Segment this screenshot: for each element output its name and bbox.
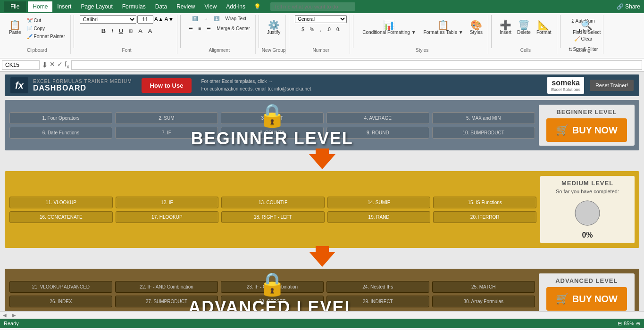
new-group-button[interactable]: ⚙️ Justify <box>265 15 283 40</box>
shrink-icon[interactable]: A▼ <box>165 16 174 23</box>
btn-max-min[interactable]: 5. MAX and MIN <box>432 112 535 124</box>
btn-hlookup[interactable]: 17. HLOOKUP <box>116 211 219 223</box>
confirm-formula-icon[interactable]: ✓ <box>57 60 63 69</box>
data-menu[interactable]: Data <box>151 1 172 12</box>
btn-four-operators[interactable]: 1. Four Operators <box>9 112 112 124</box>
font-group: CalibriArialTimes New Roman A▲ A▼ B I U … <box>77 15 177 54</box>
align-center-button[interactable]: ≡ <box>196 25 204 32</box>
btn-iferror[interactable]: 20. IFERROR <box>433 211 536 223</box>
btn-right-left[interactable]: 18. RIGHT - LEFT <box>221 211 325 223</box>
addins-menu[interactable]: Add-ins <box>221 1 250 12</box>
cut-button[interactable]: ✂️ Cut <box>25 17 67 24</box>
file-menu[interactable]: File <box>4 1 26 12</box>
font-size-input[interactable] <box>137 15 153 24</box>
btn-nested-ifs[interactable]: 24. Nested IFs <box>326 281 429 293</box>
btn-average[interactable]: 4. AVERAGE <box>326 112 429 124</box>
delete-button[interactable]: 🗑️ Delete <box>515 15 533 40</box>
logo-text: someka <box>552 79 580 87</box>
share-button[interactable]: 🔗 Share <box>617 3 640 10</box>
currency-button[interactable]: $ <box>299 26 307 33</box>
horizontal-scrollbar[interactable]: ◀ ▶ <box>0 311 644 319</box>
page-layout-menu[interactable]: Page Layout <box>76 1 117 12</box>
font-color-button[interactable]: A <box>146 26 155 35</box>
paste-button[interactable]: 📋 Paste <box>7 16 24 40</box>
subtitle: EXCEL FORMULAS TRAINER MEDIUM <box>33 79 132 84</box>
medium-level-section: 11. VLOOKUP 12. IF 13. COUNTIF 14. SUMIF… <box>5 171 639 248</box>
btn-if-or[interactable]: 23. IF - OR Combination <box>221 281 324 293</box>
formulas-menu[interactable]: Formulas <box>117 1 151 12</box>
underline-button[interactable]: U <box>117 26 125 35</box>
btn-counta[interactable]: 8. COUNTA <box>221 127 324 139</box>
merge-center-button[interactable]: Merge & Center <box>214 25 252 32</box>
btn-if-and[interactable]: 22. IF - AND Combination <box>115 281 218 293</box>
insert-menu[interactable]: Insert <box>52 1 76 12</box>
btn-if-medium[interactable]: 12. IF <box>116 197 219 208</box>
advanced-buy-button[interactable]: 🛒 BUY NOW <box>546 287 627 311</box>
grow-icon[interactable]: A▲ <box>154 16 164 23</box>
btn-date-functions[interactable]: 6. Date Functions <box>9 127 112 139</box>
btn-countif[interactable]: 13. COUNTIF <box>221 197 325 208</box>
btn-sumproduct[interactable]: 10. SUMPRODUCT <box>432 127 535 139</box>
conditional-formatting-button[interactable]: 📊 Conditional Formatting ▼ <box>359 15 419 40</box>
btn-vlookup[interactable]: 11. VLOOKUP <box>9 197 113 208</box>
decrease-decimal-button[interactable]: 0. <box>334 26 343 33</box>
btn-offset[interactable]: 28. OFFSET <box>221 296 324 307</box>
format-painter-button[interactable]: 🖌️ Format Painter <box>25 33 67 40</box>
advanced-cart-icon: 🛒 <box>556 293 569 305</box>
btn-count[interactable]: 3. COUNT <box>221 112 324 124</box>
wrap-text-button[interactable]: Wrap Text <box>223 15 249 22</box>
btn-is-functions[interactable]: 15. IS Functions <box>433 197 536 208</box>
insert-button[interactable]: ➕ Insert <box>497 15 514 40</box>
btn-sumif[interactable]: 14. SUMIF <box>327 197 431 208</box>
cancel-formula-icon[interactable]: ✕ <box>50 60 55 69</box>
fill-color-button[interactable]: A <box>136 26 145 35</box>
copy-button[interactable]: 📄 Copy <box>25 25 67 32</box>
medium-level-title: MEDIUM LEVEL <box>548 180 627 187</box>
percent-button[interactable]: % <box>308 26 317 33</box>
view-menu[interactable]: View <box>200 1 222 12</box>
advanced-grid: 🔒 ADVANCED LEVEL 21. VLOOKUP ADVANCED 22… <box>9 281 535 307</box>
beginner-buy-button[interactable]: 🛒 BUY NOW <box>546 118 627 142</box>
format-button[interactable]: 📐 Format <box>534 15 554 40</box>
btn-if[interactable]: 7. IF <box>115 127 218 139</box>
btn-round[interactable]: 9. ROUND <box>326 127 429 139</box>
zoom-controls[interactable]: ⊟ 85% ⊕ <box>618 321 640 327</box>
search-input[interactable] <box>270 2 355 11</box>
align-bottom-button[interactable]: ⬇️ <box>211 15 222 22</box>
insert-function-icon[interactable]: fx <box>65 60 69 69</box>
btn-array-formulas[interactable]: 30. Array Formulas <box>432 296 535 307</box>
alignment-label: Alignment <box>209 48 229 53</box>
how-to-button[interactable]: How to Use <box>142 78 192 93</box>
clipboard-group: 📋 Paste ✂️ Cut 📄 Copy 🖌️ Format Painter … <box>4 15 71 54</box>
cell-reference-input[interactable] <box>2 60 40 70</box>
home-menu[interactable]: Home <box>28 1 52 12</box>
bold-button[interactable]: B <box>99 26 108 35</box>
btn-vlookup-advanced[interactable]: 21. VLOOKUP ADVANCED <box>9 281 112 293</box>
align-left-button[interactable]: ☰ <box>186 25 195 32</box>
comma-button[interactable]: , <box>318 26 324 33</box>
format-as-table-button[interactable]: 📋 Format as Table ▼ <box>420 15 467 40</box>
btn-rand[interactable]: 19. RAND <box>327 211 431 223</box>
btn-match[interactable]: 25. MATCH <box>432 281 535 293</box>
btn-concatenate[interactable]: 16. CONCATENATE <box>9 211 113 223</box>
review-menu[interactable]: Review <box>172 1 200 12</box>
expand-formula-icon[interactable]: ⬇ <box>42 60 48 69</box>
btn-index[interactable]: 26. INDEX <box>9 296 112 307</box>
formula-bar: ⬇ ✕ ✓ fx <box>0 58 644 72</box>
increase-decimal-button[interactable]: .0 <box>325 26 333 33</box>
formula-input[interactable] <box>71 60 642 70</box>
align-middle-button[interactable]: ↔️ <box>201 15 210 22</box>
clipboard-label: Clipboard <box>27 48 47 53</box>
cell-styles-button[interactable]: 🎨 Styles <box>468 15 485 40</box>
align-right-button[interactable]: ☰ <box>204 25 213 32</box>
reset-button[interactable]: Reset Trainer! <box>590 80 634 91</box>
btn-sumproduct-adv[interactable]: 27. SUMPRODUCT <box>115 296 218 307</box>
italic-button[interactable]: I <box>109 26 116 35</box>
align-top-button[interactable]: ⬆️ <box>190 15 200 22</box>
font-name-select[interactable]: CalibriArialTimes New Roman <box>80 15 136 24</box>
number-format-select[interactable]: GeneralNumberCurrency <box>295 15 347 23</box>
btn-sum[interactable]: 2. SUM <box>115 112 218 124</box>
border-button[interactable]: ⊞ <box>126 27 135 34</box>
find-select-button[interactable]: 🔍 Find & Select <box>570 15 603 40</box>
btn-indirect[interactable]: 29. INDIRECT <box>326 296 429 307</box>
